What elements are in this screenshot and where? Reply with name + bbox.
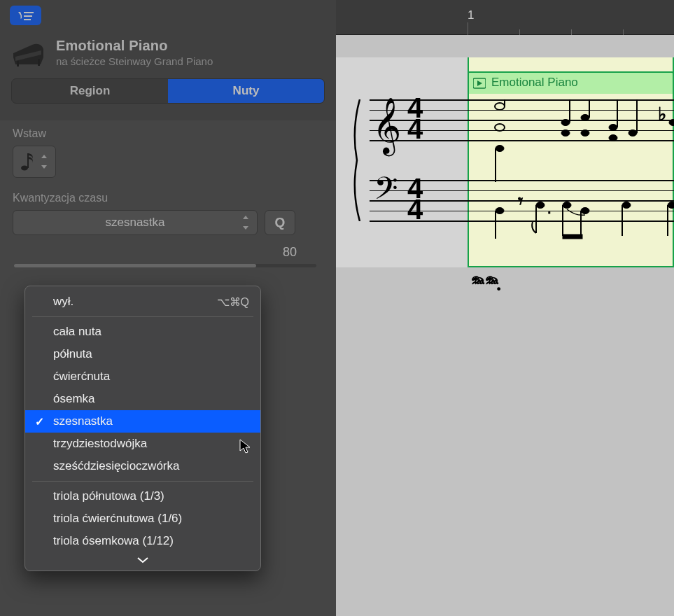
- bass-notes: 𝄾 .: [483, 180, 674, 243]
- menu-item-sixtyfourth[interactable]: sześćdziesięcioczwórka: [25, 455, 260, 477]
- stepper-icon: [241, 216, 250, 230]
- timeline-ruler[interactable]: 1: [336, 0, 674, 35]
- svg-point-5: [495, 103, 505, 110]
- menu-item-triplet-eighth[interactable]: triola ósemkowa (1/12): [25, 530, 260, 552]
- svg-point-10: [561, 130, 570, 136]
- region-header[interactable]: Emotional Piano: [468, 71, 674, 94]
- bass-staff: 𝄢 44 𝄾 .: [370, 180, 674, 222]
- svg-point-17: [609, 125, 617, 131]
- piano-icon: [11, 38, 46, 67]
- empty-score-area: [336, 304, 674, 616]
- svg-point-42: [668, 202, 674, 209]
- segment-region[interactable]: Region: [12, 79, 168, 103]
- svg-point-13: [581, 115, 589, 121]
- svg-point-11: [561, 120, 570, 126]
- svg-point-12: [581, 130, 589, 136]
- menu-item-sixteenth[interactable]: ✓szesnastka: [25, 410, 260, 433]
- grand-staff-brace: [350, 99, 364, 221]
- menu-item-eighth[interactable]: ósemka: [25, 388, 260, 410]
- svg-point-6: [495, 124, 505, 131]
- svg-point-19: [609, 135, 617, 141]
- svg-rect-39: [563, 234, 582, 239]
- menu-item-quarter[interactable]: ćwierćnuta: [25, 365, 260, 388]
- score-editor[interactable]: Emotional Piano 𝄞 44: [336, 35, 674, 616]
- menu-separator: [32, 481, 253, 482]
- menu-item-triplet-half[interactable]: triola półnutowa (1/3): [25, 485, 260, 507]
- pedal-mark: 𝆮𝆮.: [469, 272, 503, 296]
- svg-point-40: [622, 202, 631, 209]
- stepper-icon: [40, 155, 48, 169]
- menu-item-thirtysecond[interactable]: trzydziestodwójka: [25, 433, 260, 455]
- quantize-now-button[interactable]: Q: [265, 210, 295, 235]
- insert-label: Wstaw: [13, 127, 323, 140]
- svg-text:𝄾: 𝄾: [518, 197, 523, 205]
- sixteenth-note-icon: [20, 152, 34, 172]
- cursor-icon: [238, 438, 253, 454]
- bar-number: 1: [468, 8, 474, 22]
- play-icon: [473, 77, 486, 90]
- svg-rect-3: [27, 153, 29, 168]
- region-title: Emotional Piano: [56, 38, 213, 54]
- strength-slider[interactable]: [14, 264, 316, 267]
- treble-notes: ♭: [483, 99, 674, 183]
- quantize-select[interactable]: szesnastka: [13, 210, 258, 235]
- svg-point-18: [629, 130, 637, 136]
- svg-text:♭: ♭: [658, 104, 666, 125]
- svg-point-2: [21, 166, 28, 171]
- menu-item-whole[interactable]: cała nuta: [25, 321, 260, 343]
- segment-notes[interactable]: Nuty: [168, 79, 324, 103]
- svg-text:.: .: [547, 201, 552, 216]
- segmented-control: Region Nuty: [11, 78, 325, 104]
- svg-point-29: [496, 208, 504, 214]
- svg-rect-0: [17, 61, 19, 66]
- svg-point-24: [669, 120, 674, 126]
- svg-point-35: [563, 202, 571, 209]
- menu-item-triplet-quarter[interactable]: triola ćwierćnutowa (1/6): [25, 507, 260, 530]
- filter-button[interactable]: [10, 6, 41, 25]
- svg-rect-1: [38, 59, 40, 66]
- strength-value: 80: [283, 245, 297, 260]
- svg-point-36: [581, 208, 589, 214]
- svg-point-32: [536, 202, 545, 209]
- region-subtitle: na ścieżce Steinway Grand Piano: [56, 55, 213, 67]
- insert-note-value[interactable]: [13, 146, 56, 178]
- treble-staff: 𝄞 44: [370, 99, 674, 141]
- time-signature: 44: [407, 97, 423, 139]
- quantize-menu: wył. ⌥⌘Q cała nuta półnuta ćwierćnuta ós…: [24, 286, 261, 571]
- quantize-label: Kwantyzacja czasu: [13, 192, 323, 204]
- menu-separator: [32, 316, 253, 317]
- check-icon: ✓: [35, 415, 44, 428]
- time-signature: 44: [407, 178, 423, 220]
- menu-more-indicator[interactable]: [25, 552, 260, 566]
- menu-item-off[interactable]: wył. ⌥⌘Q: [25, 290, 260, 313]
- menu-item-half[interactable]: półnuta: [25, 343, 260, 365]
- shortcut-label: ⌥⌘Q: [217, 295, 249, 309]
- svg-point-8: [496, 146, 504, 152]
